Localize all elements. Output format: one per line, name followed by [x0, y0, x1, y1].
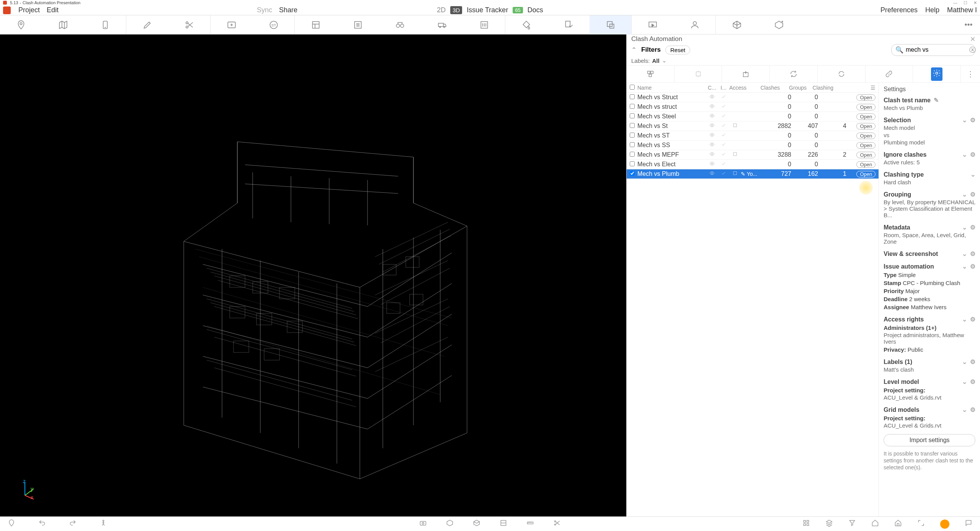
chevron-down-icon[interactable]: ⌄	[970, 171, 975, 178]
extra-icon[interactable]	[729, 151, 741, 158]
bottom-undo[interactable]	[38, 519, 46, 529]
table-row[interactable]: Mech vs struct 0 0 Open	[627, 102, 879, 112]
tool-box[interactable]	[716, 15, 758, 34]
bottom-grid[interactable]	[802, 519, 810, 529]
menu-help[interactable]: Help	[925, 6, 939, 14]
view-2d-button[interactable]: 2D	[437, 6, 446, 14]
open-button[interactable]: Open	[856, 94, 875, 101]
bottom-home[interactable]	[871, 519, 879, 529]
tab-models[interactable]	[627, 66, 675, 82]
table-row[interactable]: Mech vs Elect 0 0 Open	[627, 160, 879, 169]
row-checkbox[interactable]	[630, 142, 635, 147]
tool-doc-check[interactable]	[547, 15, 590, 34]
search-clear-icon[interactable]: ⓧ	[969, 46, 976, 54]
chevron-down-icon[interactable]: ⌄	[962, 358, 967, 365]
row-checkbox[interactable]	[630, 171, 635, 176]
chevron-down-icon[interactable]: ⌄	[962, 191, 967, 198]
tab-sync[interactable]	[818, 66, 866, 82]
bottom-cube2[interactable]	[473, 519, 480, 529]
table-row[interactable]: Mech vs ST 0 0 Open	[627, 131, 879, 141]
gear-icon[interactable]: ⚙	[970, 250, 975, 257]
tool-binoculars[interactable]	[379, 15, 421, 34]
bottom-home2[interactable]	[894, 519, 902, 529]
3d-viewport[interactable]: z y x	[0, 34, 626, 516]
open-button[interactable]: Open	[856, 133, 875, 139]
search-box[interactable]: 🔍 ⓧ	[891, 44, 975, 56]
chevron-down-icon[interactable]: ⌄	[962, 263, 967, 270]
gear-icon[interactable]: ⚙	[970, 358, 975, 365]
maximize-icon[interactable]: ☐	[964, 0, 967, 5]
minimize-icon[interactable]: —	[953, 0, 957, 5]
menu-sync[interactable]: Sync	[257, 6, 272, 14]
col-groups[interactable]: Groups	[780, 85, 807, 91]
user-name[interactable]: Matthew I	[947, 6, 977, 14]
eye-icon[interactable]	[706, 151, 718, 158]
filters-collapse-icon[interactable]: ⌃	[631, 46, 637, 54]
menu-preferences[interactable]: Preferences	[880, 6, 918, 14]
axis-gizmo[interactable]: z y x	[15, 478, 38, 501]
row-checkbox[interactable]	[630, 161, 635, 166]
row-checkbox[interactable]	[630, 152, 635, 157]
gear-icon[interactable]: ⚙	[970, 263, 975, 270]
bottom-chat[interactable]	[965, 519, 972, 529]
tabs-more[interactable]: ⋮	[961, 69, 980, 79]
open-button[interactable]: Open	[856, 142, 875, 149]
bottom-cube1[interactable]	[446, 519, 454, 529]
table-options-icon[interactable]: ☰	[871, 85, 875, 91]
gear-icon[interactable]: ⚙	[970, 224, 975, 231]
tab-link[interactable]	[866, 66, 913, 82]
row-checkbox[interactable]	[630, 94, 635, 99]
gear-icon[interactable]: ⚙	[970, 151, 975, 158]
row-checkbox[interactable]	[630, 104, 635, 109]
bottom-ruler[interactable]	[526, 519, 534, 529]
close-icon[interactable]: ✕	[973, 0, 977, 5]
chevron-down-icon[interactable]: ⌄	[962, 316, 967, 323]
extra-icon[interactable]	[729, 170, 741, 177]
chevron-down-icon[interactable]: ⌄	[962, 224, 967, 231]
table-row[interactable]: Mech vs St 2882 407 4 Open	[627, 121, 879, 131]
tool-clash-automation[interactable]	[590, 15, 632, 34]
eye-icon[interactable]	[706, 132, 718, 139]
gear-icon[interactable]: ⚙	[970, 191, 975, 198]
extra-icon[interactable]	[729, 123, 741, 129]
row-checkbox[interactable]	[630, 133, 635, 138]
chevron-down-icon[interactable]: ⌄	[962, 406, 967, 413]
open-button[interactable]: Open	[856, 171, 875, 177]
bottom-cut[interactable]	[553, 519, 561, 529]
row-checkbox[interactable]	[630, 123, 635, 128]
col-i[interactable]: I...	[718, 85, 729, 91]
user-avatar[interactable]	[940, 520, 949, 529]
bottom-section[interactable]	[500, 519, 507, 529]
gear-icon[interactable]: ⚙	[970, 378, 975, 385]
tab-export[interactable]	[722, 66, 770, 82]
tab-settings[interactable]	[913, 66, 961, 82]
col-name[interactable]: Name	[637, 85, 706, 91]
col-c[interactable]: C...	[706, 85, 718, 91]
open-button[interactable]: Open	[856, 123, 875, 129]
chevron-down-icon[interactable]: ⌄	[662, 57, 667, 64]
eye-icon[interactable]	[706, 161, 718, 168]
bottom-camera[interactable]	[419, 519, 427, 529]
labels-value[interactable]: All	[652, 57, 659, 64]
col-access[interactable]: Access	[729, 85, 751, 91]
select-all-checkbox[interactable]	[630, 85, 635, 90]
import-settings-button[interactable]: Import settings	[884, 434, 975, 446]
tool-truck[interactable]	[421, 15, 463, 34]
search-input[interactable]	[906, 46, 967, 53]
chevron-down-icon[interactable]: ⌄	[962, 378, 967, 385]
open-button[interactable]: Open	[856, 104, 875, 110]
eye-icon[interactable]	[706, 113, 718, 120]
tool-pin[interactable]	[0, 15, 42, 34]
bottom-redo[interactable]	[69, 519, 77, 529]
tool-paint[interactable]	[505, 15, 547, 34]
tool-presentation[interactable]	[632, 15, 674, 34]
panel-close-icon[interactable]: ✕	[970, 35, 975, 43]
table-row[interactable]: Mech vs SS 0 0 Open	[627, 141, 879, 150]
menu-issue-tracker[interactable]: Issue Tracker	[467, 6, 508, 14]
bottom-layers[interactable]	[825, 519, 833, 529]
bottom-expand[interactable]	[917, 519, 925, 529]
tool-box-plus[interactable]	[758, 15, 800, 34]
menu-docs[interactable]: Docs	[528, 6, 543, 14]
toolbar-more[interactable]: •••	[957, 20, 980, 29]
view-3d-button[interactable]: 3D	[450, 6, 462, 14]
